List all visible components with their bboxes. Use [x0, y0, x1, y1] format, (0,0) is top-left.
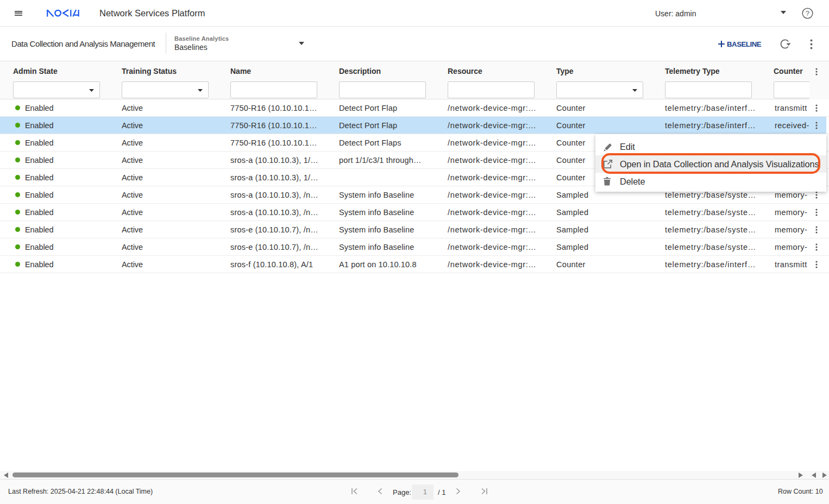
svg-text:?: ?: [806, 10, 809, 17]
